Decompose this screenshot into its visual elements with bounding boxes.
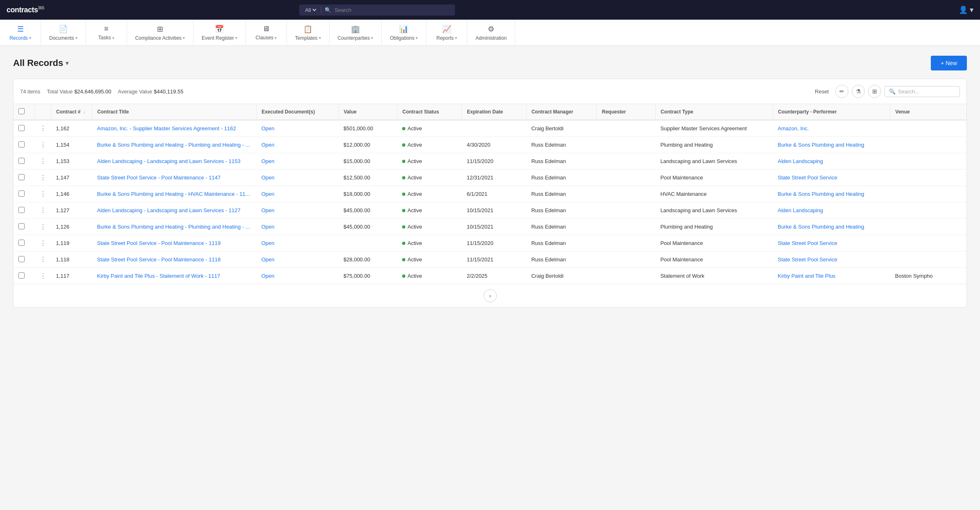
row-contract-title[interactable]: Kirby Paint and Tile Plus - Statement of…	[92, 268, 257, 284]
counterparty-link[interactable]: Alden Landscaping	[778, 158, 823, 164]
row-checkbox[interactable]	[18, 190, 25, 197]
row-checkbox-cell[interactable]	[14, 268, 35, 284]
row-counterparty[interactable]: State Street Pool Service	[773, 252, 890, 268]
row-checkbox-cell[interactable]	[14, 153, 35, 170]
counterparty-link[interactable]: State Street Pool Service	[778, 175, 837, 181]
header-select-all[interactable]	[14, 104, 35, 120]
menu-item-counterparties[interactable]: 🏢 Counterparties ▾	[330, 20, 382, 45]
row-checkbox-cell[interactable]	[14, 219, 35, 235]
row-menu-cell[interactable]: ⋮	[35, 219, 51, 235]
row-dots-menu[interactable]: ⋮	[40, 158, 46, 165]
row-counterparty[interactable]: Kirby Paint and Tile Plus	[773, 268, 890, 284]
header-status[interactable]: Contract Status	[397, 104, 462, 120]
counterparty-link[interactable]: State Street Pool Service	[778, 240, 837, 246]
filter-button[interactable]: ⚗	[852, 85, 865, 98]
row-executed[interactable]: Open	[257, 186, 339, 202]
row-executed[interactable]: Open	[257, 170, 339, 186]
executed-doc-link[interactable]: Open	[261, 224, 275, 230]
row-executed[interactable]: Open	[257, 252, 339, 268]
row-checkbox[interactable]	[18, 174, 25, 180]
row-menu-cell[interactable]: ⋮	[35, 268, 51, 284]
counterparty-link[interactable]: Amazon, Inc.	[778, 125, 809, 131]
row-menu-cell[interactable]: ⋮	[35, 120, 51, 137]
row-contract-title[interactable]: State Street Pool Service - Pool Mainten…	[92, 170, 257, 186]
row-menu-cell[interactable]: ⋮	[35, 153, 51, 170]
row-counterparty[interactable]: Burke & Sons Plumbing and Heating	[773, 137, 890, 153]
counterparty-link[interactable]: Burke & Sons Plumbing and Heating	[778, 142, 864, 148]
row-dots-menu[interactable]: ⋮	[40, 256, 46, 263]
row-contract-title[interactable]: State Street Pool Service - Pool Mainten…	[92, 252, 257, 268]
row-checkbox-cell[interactable]	[14, 186, 35, 202]
executed-doc-link[interactable]: Open	[261, 142, 275, 148]
row-counterparty[interactable]: State Street Pool Service	[773, 235, 890, 252]
row-checkbox-cell[interactable]	[14, 170, 35, 186]
edit-columns-button[interactable]: ✏	[835, 85, 848, 98]
row-executed[interactable]: Open	[257, 235, 339, 252]
row-counterparty[interactable]: Alden Landscaping	[773, 202, 890, 219]
row-dots-menu[interactable]: ⋮	[40, 272, 46, 279]
counterparty-link[interactable]: Burke & Sons Plumbing and Heating	[778, 191, 864, 197]
search-input[interactable]	[334, 7, 451, 13]
executed-doc-link[interactable]: Open	[261, 125, 275, 131]
row-checkbox-cell[interactable]	[14, 202, 35, 219]
row-dots-menu[interactable]: ⋮	[40, 223, 46, 230]
table-search-input[interactable]	[898, 88, 955, 95]
row-menu-cell[interactable]: ⋮	[35, 252, 51, 268]
row-menu-cell[interactable]: ⋮	[35, 186, 51, 202]
contract-title-link[interactable]: Kirby Paint and Tile Plus - Statement of…	[97, 273, 220, 279]
row-contract-title[interactable]: Alden Landscaping - Landscaping and Lawn…	[92, 202, 257, 219]
executed-doc-link[interactable]: Open	[261, 158, 275, 164]
title-dropdown-chevron[interactable]: ▾	[66, 60, 68, 66]
row-dots-menu[interactable]: ⋮	[40, 125, 46, 132]
menu-item-event-register[interactable]: 📅 Event Register ▾	[193, 20, 246, 45]
row-contract-title[interactable]: Burke & Sons Plumbing and Heating - Plum…	[92, 137, 257, 153]
row-checkbox-cell[interactable]	[14, 120, 35, 137]
menu-item-clauses[interactable]: 🖥 Clauses ▾	[246, 20, 287, 45]
counterparty-link[interactable]: Alden Landscaping	[778, 207, 823, 213]
reset-button[interactable]: Reset	[812, 87, 832, 96]
row-dots-menu[interactable]: ⋮	[40, 190, 46, 197]
menu-item-administration[interactable]: ⚙ Administration	[467, 20, 515, 45]
header-value[interactable]: Value	[339, 104, 397, 120]
row-checkbox-cell[interactable]	[14, 235, 35, 252]
new-record-button[interactable]: + New	[931, 56, 967, 70]
contract-title-link[interactable]: Amazon, Inc. - Supplier Master Services …	[97, 125, 236, 131]
row-checkbox[interactable]	[18, 141, 25, 147]
export-button[interactable]: ⊞	[868, 85, 881, 98]
header-venue[interactable]: Venue	[890, 104, 966, 120]
counterparty-link[interactable]: Burke & Sons Plumbing and Heating	[778, 224, 864, 230]
row-counterparty[interactable]: Burke & Sons Plumbing and Heating	[773, 219, 890, 235]
executed-doc-link[interactable]: Open	[261, 207, 275, 213]
counterparty-link[interactable]: Kirby Paint and Tile Plus	[778, 273, 835, 279]
counterparty-link[interactable]: State Street Pool Service	[778, 256, 837, 263]
row-dots-menu[interactable]: ⋮	[40, 207, 46, 214]
row-checkbox[interactable]	[18, 223, 25, 229]
row-contract-title[interactable]: State Street Pool Service - Pool Mainten…	[92, 235, 257, 252]
contract-title-link[interactable]: State Street Pool Service - Pool Mainten…	[97, 175, 221, 181]
row-menu-cell[interactable]: ⋮	[35, 137, 51, 153]
menu-item-records[interactable]: ☰ Records ▾	[0, 20, 41, 45]
row-checkbox[interactable]	[18, 272, 25, 279]
row-menu-cell[interactable]: ⋮	[35, 235, 51, 252]
executed-doc-link[interactable]: Open	[261, 273, 275, 279]
row-counterparty[interactable]: Alden Landscaping	[773, 153, 890, 170]
row-menu-cell[interactable]: ⋮	[35, 170, 51, 186]
row-checkbox[interactable]	[18, 256, 25, 262]
header-executed-docs[interactable]: Executed Document(s)	[257, 104, 339, 120]
executed-doc-link[interactable]: Open	[261, 191, 275, 197]
select-all-checkbox[interactable]	[18, 108, 25, 114]
row-executed[interactable]: Open	[257, 219, 339, 235]
executed-doc-link[interactable]: Open	[261, 256, 275, 263]
row-counterparty[interactable]: State Street Pool Service	[773, 170, 890, 186]
row-dots-menu[interactable]: ⋮	[40, 240, 46, 247]
row-contract-title[interactable]: Alden Landscaping - Landscaping and Lawn…	[92, 153, 257, 170]
row-executed[interactable]: Open	[257, 202, 339, 219]
search-filter-select[interactable]: All	[303, 7, 318, 14]
contract-title-link[interactable]: State Street Pool Service - Pool Mainten…	[97, 240, 221, 246]
header-expiration[interactable]: Expiration Date	[462, 104, 526, 120]
header-contract-num[interactable]: Contract # ↓	[51, 104, 92, 120]
row-executed[interactable]: Open	[257, 268, 339, 284]
menu-item-templates[interactable]: 📋 Templates ▾	[287, 20, 330, 45]
contract-title-link[interactable]: State Street Pool Service - Pool Mainten…	[97, 256, 221, 263]
executed-doc-link[interactable]: Open	[261, 240, 275, 246]
